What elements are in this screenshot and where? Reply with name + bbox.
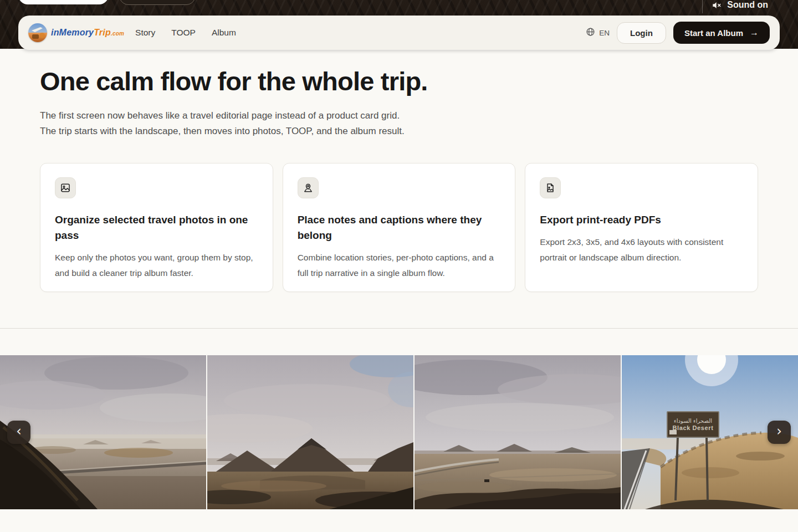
feature-description: Combine location stories, per-photo capt… <box>298 250 501 281</box>
brand-emblem-icon <box>28 23 47 42</box>
carousel-slide-desert-overlook <box>0 355 206 509</box>
page-title: One calm flow for the whole trip. <box>40 66 758 96</box>
carousel-slide-volcanic-cones <box>207 355 413 509</box>
chevron-right-icon: › <box>776 424 782 438</box>
hero-subtitle: The first screen now behaves like a trav… <box>40 108 758 139</box>
chevron-left-icon: ‹ <box>16 424 22 438</box>
feature-card-notes: Place notes and captions where they belo… <box>283 163 516 292</box>
top-cutoff-button-light[interactable] <box>18 0 109 4</box>
feature-card-organize: Organize selected travel photos in one p… <box>40 163 273 292</box>
sign-text-english: Black Desert <box>673 424 714 431</box>
hero-subtitle-line1: The first screen now behaves like a trav… <box>40 108 758 124</box>
feature-title: Export print-ready PDFs <box>540 212 743 228</box>
arrow-right-icon: → <box>750 28 759 38</box>
photo-carousel: الصحراء السوداء Black Desert <box>0 355 798 509</box>
black-desert-road-sign: الصحراء السوداء Black Desert <box>667 411 719 438</box>
nav-item-story[interactable]: Story <box>135 28 155 38</box>
nav-item-album[interactable]: Album <box>212 28 236 38</box>
map-pin-icon <box>298 177 319 198</box>
image-icon <box>55 177 76 198</box>
brand-name: inMemoryTrip.com <box>51 28 124 38</box>
hero-section: One calm flow for the whole trip. The fi… <box>40 66 758 139</box>
sign-sticker <box>669 430 677 434</box>
feature-description: Keep only the photos you want, group the… <box>55 250 258 281</box>
feature-card-export: Export print-ready PDFs Export 2x3, 3x5,… <box>525 163 758 292</box>
brand-logo[interactable]: inMemoryTrip.com <box>28 23 124 42</box>
nav-item-toop[interactable]: TOOP <box>171 28 196 38</box>
feature-title: Place notes and captions where they belo… <box>298 212 501 243</box>
file-image-icon <box>540 177 561 198</box>
carousel-slide-desert-plain-road <box>415 355 621 509</box>
nav-right-group: EN Login Start an Album → <box>586 22 770 44</box>
feature-cards-row: Organize selected travel photos in one p… <box>40 163 758 292</box>
primary-nav: Story TOOP Album <box>135 28 236 38</box>
globe-icon <box>586 27 595 38</box>
sign-text-arabic: الصحراء السوداء <box>674 418 712 424</box>
sound-muted-icon <box>712 0 722 11</box>
hero-subtitle-line2: The trip starts with the landscape, then… <box>40 124 758 139</box>
sound-toggle-button[interactable]: Sound on <box>702 0 770 13</box>
start-album-label: Start an Album <box>684 28 743 38</box>
sound-toggle-label: Sound on <box>727 0 768 10</box>
carousel-prev-button[interactable]: ‹ <box>7 421 30 444</box>
feature-title: Organize selected travel photos in one p… <box>55 212 258 243</box>
feature-description: Export 2x3, 3x5, and 4x6 layouts with co… <box>540 234 743 265</box>
section-divider <box>0 328 798 329</box>
navbar: inMemoryTrip.com Story TOOP Album EN Log… <box>18 16 780 50</box>
language-selector[interactable]: EN <box>586 27 610 38</box>
language-code: EN <box>599 29 610 37</box>
login-button[interactable]: Login <box>617 22 666 44</box>
start-album-button[interactable]: Start an Album → <box>673 22 770 44</box>
top-cutoff-button-dark[interactable] <box>119 0 196 5</box>
carousel-next-button[interactable]: › <box>768 421 791 444</box>
